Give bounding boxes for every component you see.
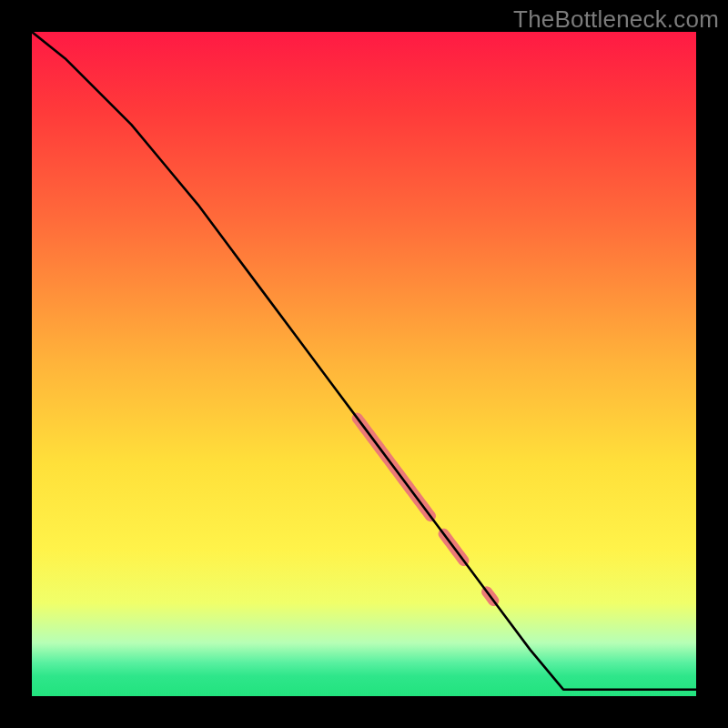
watermark-text: TheBottleneck.com: [513, 5, 719, 34]
plot-area: [32, 32, 696, 696]
line-layer: [32, 32, 696, 690]
chart-stage: TheBottleneck.com: [0, 0, 728, 728]
chart-svg: [32, 32, 696, 696]
primary-curve: [32, 32, 696, 690]
